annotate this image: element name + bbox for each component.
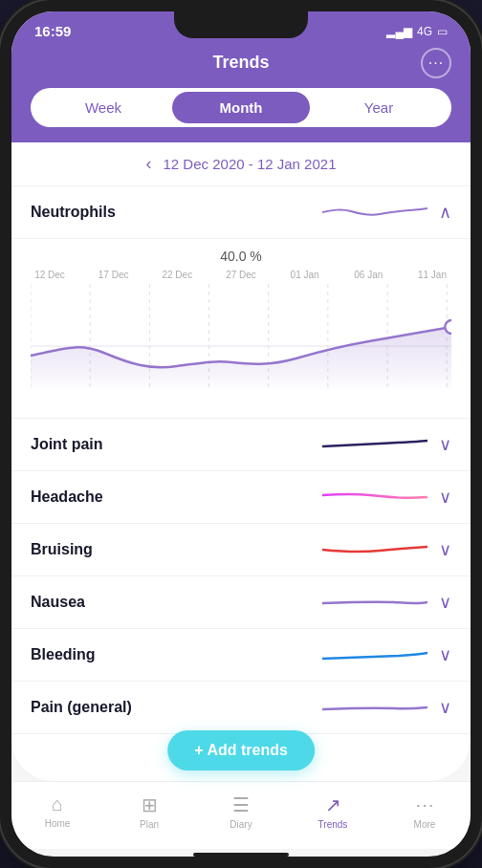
trend-right: ∨ — [322, 434, 451, 455]
diary-icon: ☰ — [232, 793, 250, 816]
tab-week[interactable]: Week — [34, 92, 172, 123]
neutrophils-header: Neutrophils ∧ — [31, 202, 451, 223]
tab-container: Week Month Year — [31, 88, 451, 127]
trend-label: Headache — [31, 488, 103, 506]
trend-header: Pain (general) ∨ — [31, 697, 451, 718]
notch — [174, 11, 308, 38]
sparkline-1 — [322, 488, 427, 507]
more-icon: ⋯ — [415, 793, 434, 816]
phone-screen: 16:59 ▂▄▆ 4G ▭ Trends ··· Week Month Yea… — [11, 11, 471, 857]
sparkline-5 — [322, 698, 427, 717]
trend-label: Joint pain — [31, 436, 103, 453]
chart-label-6: 11 Jan — [413, 270, 451, 280]
nav-diary-label: Diary — [230, 819, 252, 830]
trend-item-joint-pain[interactable]: Joint pain ∨ — [11, 419, 471, 471]
battery-icon: ▭ — [437, 25, 448, 38]
trend-right: ∨ — [322, 487, 451, 508]
nav-diary[interactable]: ☰ Diary — [195, 790, 287, 834]
tab-switcher: Week Month Year — [11, 88, 471, 142]
signal-icon: ▂▄▆ — [386, 25, 412, 38]
sparkline-4 — [322, 645, 427, 664]
home-icon: ⌂ — [52, 793, 63, 815]
chart-svg — [31, 284, 451, 399]
app-header: Trends ··· — [11, 45, 471, 88]
trend-right: ∨ — [322, 592, 451, 613]
sparkline-0 — [322, 435, 427, 454]
trend-header: Headache ∨ — [31, 487, 451, 508]
chart-label-1: 17 Dec — [95, 270, 133, 280]
nav-trends-label: Trends — [318, 819, 348, 830]
expand-icon: ∨ — [439, 434, 451, 455]
chart-labels: 12 Dec 17 Dec 22 Dec 27 Dec 01 Jan 06 Ja… — [31, 270, 451, 280]
trend-header: Bruising ∨ — [31, 539, 451, 560]
chart-label-4: 01 Jan — [286, 270, 324, 280]
trend-right: ∨ — [322, 644, 451, 665]
home-indicator — [193, 853, 289, 857]
menu-button[interactable]: ··· — [421, 48, 451, 78]
trend-header: Nausea ∨ — [31, 592, 451, 613]
neutrophils-sparkline — [322, 203, 427, 222]
nav-more[interactable]: ⋯ More — [379, 790, 471, 834]
trend-item-headache[interactable]: Headache ∨ — [11, 471, 471, 524]
chart-value: 40.0 % — [31, 249, 451, 264]
trend-label: Nausea — [31, 594, 85, 611]
chart-label-2: 22 Dec — [158, 270, 196, 280]
bottom-nav: ⌂ Home ⊞ Plan ☰ Diary ↗ Trends ⋯ More — [11, 781, 471, 849]
trend-label: Bruising — [31, 541, 93, 558]
trend-header: Bleeding ∨ — [31, 644, 451, 665]
trend-header: Joint pain ∨ — [31, 434, 451, 455]
page-title: Trends — [212, 53, 269, 73]
chart-section: 40.0 % 12 Dec 17 Dec 22 Dec 27 Dec 01 Ja… — [11, 239, 471, 419]
add-trends-button[interactable]: + Add trends — [167, 730, 315, 770]
chart-label-3: 27 Dec — [222, 270, 260, 280]
neutrophils-right: ∧ — [322, 202, 451, 223]
svg-point-9 — [445, 320, 451, 334]
nav-plan-label: Plan — [140, 819, 159, 830]
tab-year[interactable]: Year — [310, 92, 448, 123]
nav-home-label: Home — [45, 818, 71, 829]
date-range-text: 12 Dec 2020 - 12 Jan 2021 — [164, 156, 337, 172]
trend-item-bruising[interactable]: Bruising ∨ — [11, 524, 471, 576]
neutrophils-item[interactable]: Neutrophils ∧ — [11, 186, 471, 239]
trend-items-container: Joint pain ∨ Headache ∨ Bruising — [11, 419, 471, 734]
expand-icon: ∨ — [439, 487, 451, 508]
chart-label-0: 12 Dec — [31, 270, 69, 280]
tab-month[interactable]: Month — [172, 92, 310, 123]
trend-label: Bleeding — [31, 646, 96, 663]
prev-period-button[interactable]: ‹ — [146, 154, 152, 174]
main-content: ‹ 12 Dec 2020 - 12 Jan 2021 Neutrophils — [11, 142, 471, 781]
expand-icon: ∨ — [439, 539, 451, 560]
expand-icon: ∨ — [439, 697, 451, 718]
sparkline-2 — [322, 540, 427, 559]
trend-label: Pain (general) — [31, 699, 132, 716]
chart-label-5: 06 Jan — [349, 270, 387, 280]
phone-frame: 16:59 ▂▄▆ 4G ▭ Trends ··· Week Month Yea… — [0, 0, 482, 868]
dots-icon: ··· — [428, 54, 444, 72]
network-icon: 4G — [417, 25, 432, 38]
expand-icon: ∨ — [439, 592, 451, 613]
nav-plan[interactable]: ⊞ Plan — [103, 790, 195, 834]
nav-home[interactable]: ⌂ Home — [11, 790, 103, 834]
nav-more-label: More — [414, 819, 436, 830]
trend-right: ∨ — [322, 539, 451, 560]
neutrophils-label: Neutrophils — [31, 204, 116, 221]
neutrophils-collapse-icon[interactable]: ∧ — [439, 202, 451, 223]
date-range: ‹ 12 Dec 2020 - 12 Jan 2021 — [11, 142, 471, 186]
plan-icon: ⊞ — [142, 793, 158, 816]
expand-icon: ∨ — [439, 644, 451, 665]
status-icons: ▂▄▆ 4G ▭ — [386, 25, 448, 38]
trend-item-nausea[interactable]: Nausea ∨ — [11, 576, 471, 629]
trend-right: ∨ — [322, 697, 451, 718]
chart-area — [31, 284, 451, 399]
nav-trends[interactable]: ↗ Trends — [287, 790, 379, 834]
trend-item-bleeding[interactable]: Bleeding ∨ — [11, 629, 471, 682]
status-time: 16:59 — [34, 23, 71, 39]
sparkline-3 — [322, 593, 427, 612]
trend-item-pain-(general)[interactable]: Pain (general) ∨ — [11, 682, 471, 734]
trends-icon: ↗ — [325, 793, 341, 816]
